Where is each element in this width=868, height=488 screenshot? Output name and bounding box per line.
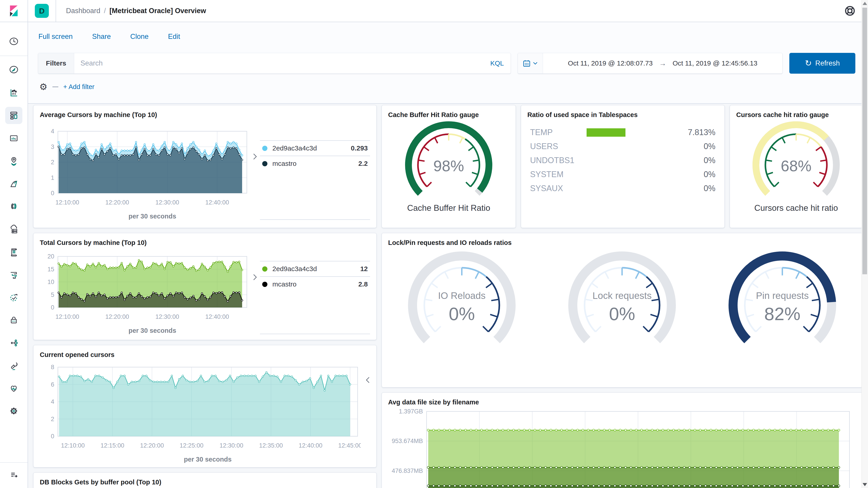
sidebar-item-management[interactable] — [7, 404, 21, 418]
svg-text:6: 6 — [51, 381, 54, 388]
scrollbar-thumb[interactable] — [862, 8, 867, 274]
gauge-io-reloads: IO Reloads0% — [394, 251, 530, 353]
sidebar-separator — [0, 56, 28, 56]
panel-title[interactable]: Current opened cursors — [33, 345, 376, 359]
divider — [53, 87, 58, 87]
time-to[interactable]: Oct 11, 2019 @ 12:45:56.13 — [673, 59, 757, 67]
svg-text:0%: 0% — [609, 304, 635, 324]
kql-toggle[interactable]: KQL — [490, 53, 510, 73]
sidebar-collapse-button[interactable] — [7, 468, 21, 482]
legend-item[interactable]: 2ed9ac3a4c3d 12 — [260, 261, 370, 276]
svg-text:12:30:00: 12:30:00 — [155, 313, 179, 320]
sidebar-item-dashboard[interactable] — [5, 107, 22, 124]
share-nodes-icon — [8, 337, 20, 349]
page-scrollbar[interactable] — [862, 0, 868, 488]
area-chart-average-cursors: 0123412:10:0012:20:0012:30:0012:40:00per… — [40, 128, 250, 220]
sidebar-item-dev-tools[interactable] — [7, 359, 21, 372]
sidebar-item-apm[interactable] — [7, 268, 21, 282]
sidebar-item-recently-viewed[interactable] — [7, 35, 21, 48]
svg-text:4: 4 — [51, 398, 54, 405]
tablespace-value: 0% — [675, 142, 715, 151]
panel-title[interactable]: Ratio of used space in Tablespaces — [521, 105, 724, 119]
legend-label: 2ed9ac3a4c3d — [272, 144, 317, 152]
breadcrumb-dashboard[interactable]: Dashboard — [66, 7, 100, 15]
svg-text:8: 8 — [51, 364, 54, 370]
svg-text:3: 3 — [51, 143, 54, 150]
svg-text:953.674MB: 953.674MB — [392, 437, 423, 445]
panel-title[interactable]: Cache Buffer Hit Ratio gauge — [382, 105, 516, 119]
kibana-logo[interactable] — [0, 0, 28, 22]
add-filter-link[interactable]: + Add filter — [63, 83, 94, 91]
sidebar-item-canvas[interactable] — [7, 131, 21, 145]
panel-title[interactable]: Total Cursors by machine (Top 10) — [33, 233, 376, 247]
svg-text:12:15:00: 12:15:00 — [101, 442, 124, 449]
full-screen-link[interactable]: Full screen — [38, 33, 73, 41]
refresh-button[interactable]: ↻ Refresh — [789, 53, 855, 74]
legend-item[interactable]: mcastro 2.2 — [260, 156, 370, 171]
gauge-pin-requests: Pin requests82% — [715, 251, 850, 353]
sidebar-item-metrics[interactable] — [7, 222, 21, 236]
panel-title[interactable]: DB Blocks Gets by buffer pool (Top 10) — [33, 473, 376, 486]
sidebar-item-siem[interactable] — [7, 313, 21, 327]
sidebar-separator — [0, 462, 28, 463]
dashboard-menu: Full screen Share Clone Edit — [38, 33, 868, 41]
tablespace-value: 7.813% — [675, 128, 715, 137]
space-badge[interactable]: D — [35, 4, 49, 18]
sidebar-item-logs[interactable] — [7, 245, 21, 259]
svg-text:Lock requests: Lock requests — [592, 290, 651, 301]
legend-dot — [262, 161, 268, 166]
sidebar-item-machine-learning[interactable] — [7, 177, 21, 191]
legend-collapse-chevron-icon[interactable] — [250, 152, 260, 162]
legend-expand-chevron-icon[interactable] — [363, 375, 373, 385]
siem-icon — [8, 315, 20, 326]
page-title: [Metricbeat Oracle] Overview — [110, 7, 206, 15]
scroll-down-arrow-icon[interactable] — [863, 483, 867, 486]
svg-text:1: 1 — [51, 174, 54, 181]
legend-item[interactable]: 2ed9ac3a4c3d 0.293 — [260, 140, 370, 156]
sidebar-item-graph[interactable] — [7, 199, 21, 213]
filters-button[interactable]: Filters — [38, 53, 74, 73]
refresh-icon: ↻ — [805, 59, 812, 68]
svg-text:12:10:00: 12:10:00 — [61, 442, 85, 449]
panel-title[interactable]: Cursors cache hit ratio gauge — [730, 105, 862, 119]
panel-title[interactable]: Average Cursors by machine (Top 10) — [33, 105, 376, 119]
search-input[interactable] — [74, 53, 490, 73]
legend-collapse-chevron-icon[interactable] — [250, 272, 260, 282]
legend-value: 12 — [360, 265, 368, 273]
sidebar-item-discover[interactable] — [7, 63, 21, 76]
share-link[interactable]: Share — [92, 33, 111, 41]
time-range: Oct 11, 2019 @ 12:08:07.73 → Oct 11, 201… — [543, 53, 782, 73]
sidebar-item-monitoring[interactable] — [7, 382, 21, 395]
svg-text:per 30 seconds: per 30 seconds — [128, 327, 176, 334]
sidebar-item-visualize[interactable] — [7, 86, 21, 99]
calendar-menu-button[interactable] — [518, 53, 543, 73]
scroll-up-arrow-icon[interactable] — [863, 2, 867, 5]
sidebar-item-maps[interactable] — [7, 154, 21, 168]
apm-icon — [8, 269, 20, 281]
kibana-logo-icon — [8, 4, 20, 17]
tablespace-name: SYSAUX — [530, 184, 587, 193]
sidebar-item-code[interactable] — [7, 336, 21, 350]
panel-title[interactable]: Avg data file size by filename — [382, 393, 862, 406]
divider — [56, 0, 56, 22]
svg-text:0%: 0% — [449, 304, 475, 324]
time-from[interactable]: Oct 11, 2019 @ 12:08:07.73 — [568, 59, 653, 67]
uptime-icon — [8, 292, 20, 303]
svg-text:12:20:00: 12:20:00 — [105, 199, 129, 206]
panel-title[interactable]: Lock/Pin requests and IO reloads ratios — [382, 233, 862, 247]
sidebar-item-uptime[interactable] — [7, 291, 21, 304]
filter-settings-gear-icon[interactable]: ⚙ — [39, 82, 48, 91]
clone-link[interactable]: Clone — [130, 33, 149, 41]
area-chart-total-cursors: 0510152012:10:0012:20:0012:30:0012:40:00… — [40, 253, 250, 334]
svg-text:98%: 98% — [433, 157, 464, 174]
maps-icon — [8, 156, 20, 167]
search-bar: Filters KQL — [38, 53, 511, 74]
svg-text:per 30 seconds: per 30 seconds — [184, 456, 231, 463]
dashboard-grid: Average Cursors by machine (Top 10) 0123… — [28, 104, 868, 488]
help-icon[interactable] — [844, 5, 855, 16]
svg-text:15: 15 — [48, 266, 54, 273]
legend-item[interactable]: mcastro 2.8 — [260, 276, 370, 292]
edit-link[interactable]: Edit — [168, 33, 180, 41]
legend-dot — [262, 146, 268, 151]
gauge-label: Cache Buffer Hit Ratio — [407, 203, 490, 213]
